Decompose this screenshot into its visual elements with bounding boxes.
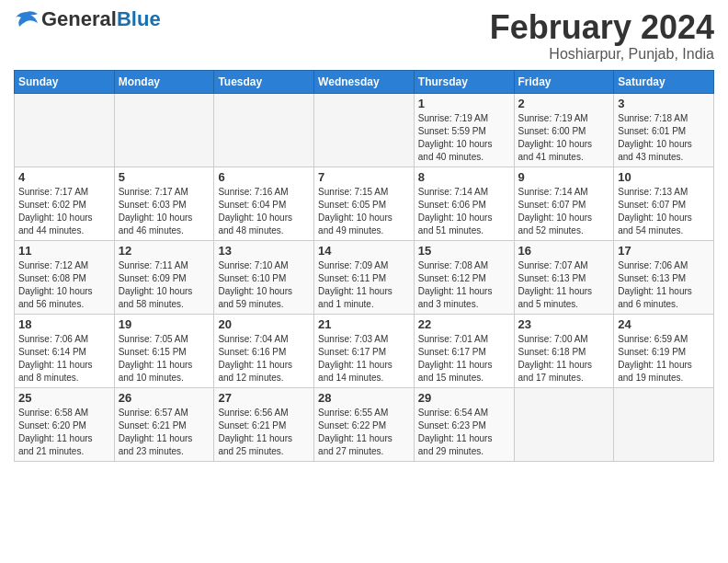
day-info: Sunrise: 7:06 AM Sunset: 6:13 PM Dayligh… <box>618 259 710 311</box>
day-number: 18 <box>18 317 110 331</box>
day-number: 28 <box>318 391 410 405</box>
day-info: Sunrise: 7:00 AM Sunset: 6:18 PM Dayligh… <box>518 333 610 385</box>
calendar-cell: 17Sunrise: 7:06 AM Sunset: 6:13 PM Dayli… <box>614 240 714 314</box>
calendar-cell: 20Sunrise: 7:04 AM Sunset: 6:16 PM Dayli… <box>214 314 314 387</box>
calendar-cell: 13Sunrise: 7:10 AM Sunset: 6:10 PM Dayli… <box>214 240 314 314</box>
month-title: February 2024 <box>490 9 714 46</box>
calendar-cell: 16Sunrise: 7:07 AM Sunset: 6:13 PM Dayli… <box>514 240 614 314</box>
day-info: Sunrise: 7:17 AM Sunset: 6:02 PM Dayligh… <box>18 186 110 237</box>
day-number: 22 <box>418 317 510 331</box>
day-number: 15 <box>418 244 510 258</box>
day-info: Sunrise: 7:11 AM Sunset: 6:09 PM Dayligh… <box>119 259 210 311</box>
logo-bird-icon <box>14 10 40 29</box>
location: Hoshiarpur, Punjab, India <box>490 46 714 63</box>
day-info: Sunrise: 7:13 AM Sunset: 6:07 PM Dayligh… <box>618 186 710 237</box>
day-info: Sunrise: 6:59 AM Sunset: 6:19 PM Dayligh… <box>618 333 710 385</box>
day-info: Sunrise: 7:16 AM Sunset: 6:04 PM Dayligh… <box>218 186 310 237</box>
calendar-cell: 19Sunrise: 7:05 AM Sunset: 6:15 PM Dayli… <box>114 314 214 387</box>
day-number: 10 <box>618 170 710 184</box>
day-info: Sunrise: 7:10 AM Sunset: 6:10 PM Dayligh… <box>218 259 310 311</box>
day-number: 21 <box>318 317 410 331</box>
calendar-cell: 23Sunrise: 7:00 AM Sunset: 6:18 PM Dayli… <box>514 314 614 387</box>
calendar-table: SundayMondayTuesdayWednesdayThursdayFrid… <box>14 70 714 462</box>
calendar-week-1: 1Sunrise: 7:19 AM Sunset: 5:59 PM Daylig… <box>15 93 714 167</box>
calendar-cell: 2Sunrise: 7:19 AM Sunset: 6:00 PM Daylig… <box>514 93 614 167</box>
calendar-cell: 7Sunrise: 7:15 AM Sunset: 6:05 PM Daylig… <box>314 167 415 240</box>
weekday-header-sunday: Sunday <box>15 70 115 93</box>
calendar-cell: 4Sunrise: 7:17 AM Sunset: 6:02 PM Daylig… <box>15 167 115 240</box>
day-info: Sunrise: 6:54 AM Sunset: 6:23 PM Dayligh… <box>418 407 510 458</box>
calendar-cell <box>114 93 214 167</box>
calendar-cell: 29Sunrise: 6:54 AM Sunset: 6:23 PM Dayli… <box>414 387 514 461</box>
calendar-cell: 12Sunrise: 7:11 AM Sunset: 6:09 PM Dayli… <box>114 240 214 314</box>
day-number: 9 <box>518 170 610 184</box>
calendar-cell: 25Sunrise: 6:58 AM Sunset: 6:20 PM Dayli… <box>15 387 115 461</box>
day-number: 29 <box>418 391 510 405</box>
day-info: Sunrise: 7:04 AM Sunset: 6:16 PM Dayligh… <box>218 333 310 385</box>
calendar-week-3: 11Sunrise: 7:12 AM Sunset: 6:08 PM Dayli… <box>15 240 714 314</box>
logo: GeneralBlue <box>14 9 161 29</box>
day-number: 3 <box>618 97 710 110</box>
calendar-cell: 3Sunrise: 7:18 AM Sunset: 6:01 PM Daylig… <box>614 93 714 167</box>
calendar-cell: 24Sunrise: 6:59 AM Sunset: 6:19 PM Dayli… <box>614 314 714 387</box>
calendar-cell <box>15 93 115 167</box>
calendar-cell: 9Sunrise: 7:14 AM Sunset: 6:07 PM Daylig… <box>514 167 614 240</box>
calendar-cell: 28Sunrise: 6:55 AM Sunset: 6:22 PM Dayli… <box>314 387 415 461</box>
day-info: Sunrise: 6:57 AM Sunset: 6:21 PM Dayligh… <box>119 407 210 458</box>
calendar-cell: 6Sunrise: 7:16 AM Sunset: 6:04 PM Daylig… <box>214 167 314 240</box>
day-number: 23 <box>518 317 610 331</box>
day-info: Sunrise: 7:14 AM Sunset: 6:06 PM Dayligh… <box>418 186 510 237</box>
day-info: Sunrise: 7:19 AM Sunset: 5:59 PM Dayligh… <box>418 112 510 164</box>
day-info: Sunrise: 7:18 AM Sunset: 6:01 PM Dayligh… <box>618 112 710 164</box>
day-number: 14 <box>318 244 410 258</box>
day-number: 11 <box>18 244 110 258</box>
day-info: Sunrise: 7:09 AM Sunset: 6:11 PM Dayligh… <box>318 259 410 311</box>
calendar-cell: 15Sunrise: 7:08 AM Sunset: 6:12 PM Dayli… <box>414 240 514 314</box>
title-block: February 2024 Hoshiarpur, Punjab, India <box>490 9 714 63</box>
calendar-cell <box>214 93 314 167</box>
day-number: 12 <box>119 244 210 258</box>
day-info: Sunrise: 7:03 AM Sunset: 6:17 PM Dayligh… <box>318 333 410 385</box>
day-info: Sunrise: 7:05 AM Sunset: 6:15 PM Dayligh… <box>119 333 210 385</box>
calendar-week-4: 18Sunrise: 7:06 AM Sunset: 6:14 PM Dayli… <box>15 314 714 387</box>
weekday-header-tuesday: Tuesday <box>214 70 314 93</box>
day-info: Sunrise: 6:55 AM Sunset: 6:22 PM Dayligh… <box>318 407 410 458</box>
calendar-cell: 5Sunrise: 7:17 AM Sunset: 6:03 PM Daylig… <box>114 167 214 240</box>
header: GeneralBlue February 2024 Hoshiarpur, Pu… <box>14 9 714 63</box>
calendar-cell: 8Sunrise: 7:14 AM Sunset: 6:06 PM Daylig… <box>414 167 514 240</box>
day-info: Sunrise: 7:06 AM Sunset: 6:14 PM Dayligh… <box>18 333 110 385</box>
day-info: Sunrise: 7:15 AM Sunset: 6:05 PM Dayligh… <box>318 186 410 237</box>
calendar-cell: 11Sunrise: 7:12 AM Sunset: 6:08 PM Dayli… <box>15 240 115 314</box>
day-info: Sunrise: 7:14 AM Sunset: 6:07 PM Dayligh… <box>518 186 610 237</box>
day-number: 25 <box>18 391 110 405</box>
calendar-cell <box>514 387 614 461</box>
calendar-cell: 14Sunrise: 7:09 AM Sunset: 6:11 PM Dayli… <box>314 240 415 314</box>
calendar-cell <box>314 93 415 167</box>
day-number: 27 <box>218 391 310 405</box>
day-number: 24 <box>618 317 710 331</box>
calendar-cell: 27Sunrise: 6:56 AM Sunset: 6:21 PM Dayli… <box>214 387 314 461</box>
day-number: 19 <box>119 317 210 331</box>
weekday-header-thursday: Thursday <box>414 70 514 93</box>
calendar-cell: 22Sunrise: 7:01 AM Sunset: 6:17 PM Dayli… <box>414 314 514 387</box>
calendar-cell: 10Sunrise: 7:13 AM Sunset: 6:07 PM Dayli… <box>614 167 714 240</box>
calendar-cell: 1Sunrise: 7:19 AM Sunset: 5:59 PM Daylig… <box>414 93 514 167</box>
day-number: 6 <box>218 170 310 184</box>
calendar-cell: 18Sunrise: 7:06 AM Sunset: 6:14 PM Dayli… <box>15 314 115 387</box>
weekday-header-wednesday: Wednesday <box>314 70 415 93</box>
weekday-header-saturday: Saturday <box>614 70 714 93</box>
day-info: Sunrise: 6:58 AM Sunset: 6:20 PM Dayligh… <box>18 407 110 458</box>
page-container: GeneralBlue February 2024 Hoshiarpur, Pu… <box>0 0 728 466</box>
day-info: Sunrise: 6:56 AM Sunset: 6:21 PM Dayligh… <box>218 407 310 458</box>
day-number: 4 <box>18 170 110 184</box>
day-number: 2 <box>518 97 610 110</box>
day-info: Sunrise: 7:08 AM Sunset: 6:12 PM Dayligh… <box>418 259 510 311</box>
day-info: Sunrise: 7:07 AM Sunset: 6:13 PM Dayligh… <box>518 259 610 311</box>
weekday-header-monday: Monday <box>114 70 214 93</box>
calendar-week-5: 25Sunrise: 6:58 AM Sunset: 6:20 PM Dayli… <box>15 387 714 461</box>
calendar-cell: 26Sunrise: 6:57 AM Sunset: 6:21 PM Dayli… <box>114 387 214 461</box>
logo-blue: Blue <box>117 7 161 30</box>
weekday-header-row: SundayMondayTuesdayWednesdayThursdayFrid… <box>15 70 714 93</box>
day-number: 17 <box>618 244 710 258</box>
calendar-cell <box>614 387 714 461</box>
